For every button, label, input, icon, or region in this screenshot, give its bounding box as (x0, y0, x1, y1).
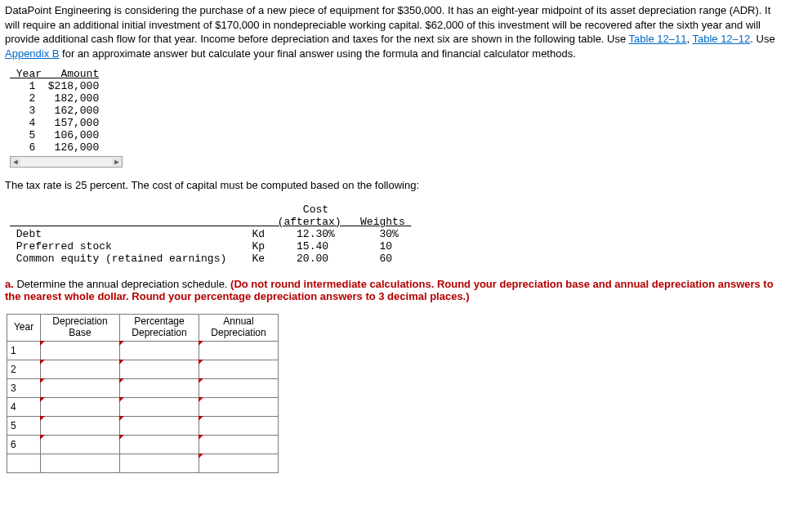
input-pct[interactable] (120, 342, 199, 360)
required-marker-icon (199, 416, 203, 421)
input-pct[interactable] (120, 360, 199, 379)
income-row-3: 3 162,000 (10, 105, 123, 118)
row-year (7, 454, 41, 473)
income-row-5: 5 106,000 (10, 130, 123, 142)
required-marker-icon (199, 454, 203, 458)
link-appendix-b[interactable]: Appendix B (5, 47, 60, 60)
required-marker-icon (119, 435, 124, 440)
required-marker-icon (199, 378, 203, 383)
grid-row-total (7, 454, 279, 473)
grid-row: 3 (7, 379, 279, 398)
required-marker-icon (119, 341, 124, 346)
grid-header-row: Year Depreciation Base Percentage Deprec… (7, 315, 279, 342)
cost-of-capital-table: Cost (aftertax) Weights Debt Kd 12.30% 3… (10, 204, 785, 266)
cost-line-4: Preferred stock Kp 15.40 10 (10, 241, 785, 253)
problem-intro: DataPoint Engineering is considering the… (5, 3, 785, 60)
required-marker-icon (199, 360, 203, 364)
grid-row: 2 (7, 360, 279, 379)
input-base[interactable] (41, 417, 120, 436)
intro-text-2: . Use (750, 33, 774, 45)
part-a-question: Determine the annual depreciation schedu… (16, 278, 230, 290)
income-row-1: 1 $218,000 (10, 81, 123, 93)
col-pct-header-text: Percentage Depreciation (132, 315, 186, 338)
required-marker-icon (40, 360, 45, 364)
col-pct-header: Percentage Depreciation (120, 315, 199, 342)
income-scrollbar[interactable]: ◄ ► (10, 156, 123, 168)
input-ann[interactable] (199, 398, 279, 417)
input-ann[interactable] (199, 342, 279, 360)
income-header: Year Amount (10, 69, 123, 81)
input-pct[interactable] (120, 454, 199, 473)
required-marker-icon (119, 378, 124, 383)
input-ann[interactable] (199, 436, 279, 454)
row-year: 1 (7, 342, 41, 360)
input-pct[interactable] (120, 436, 199, 454)
required-marker-icon (40, 435, 45, 440)
input-base[interactable] (41, 398, 120, 417)
link-table-12-11[interactable]: Table 12–11 (629, 33, 687, 45)
required-marker-icon (199, 397, 203, 402)
income-row-6: 6 126,000 (10, 142, 123, 154)
part-a-label: a. (5, 278, 16, 290)
scroll-right-icon[interactable]: ► (112, 158, 122, 166)
col-ann-header-text: Annual Depreciation (211, 315, 266, 338)
input-base[interactable] (41, 379, 120, 398)
required-marker-icon (119, 397, 124, 402)
income-table: Year Amount 1 $218,000 2 182,000 3 162,0… (10, 69, 123, 168)
col-base-header-text: Depreciation Base (52, 315, 107, 338)
input-base[interactable] (41, 436, 120, 454)
row-year: 2 (7, 360, 41, 379)
required-marker-icon (40, 416, 45, 421)
input-base[interactable] (41, 360, 120, 379)
input-base[interactable] (41, 454, 120, 473)
input-pct[interactable] (120, 417, 199, 436)
input-ann[interactable] (199, 417, 279, 436)
required-marker-icon (199, 341, 203, 346)
required-marker-icon (119, 360, 124, 364)
required-marker-icon (40, 397, 45, 402)
grid-row: 1 (7, 342, 279, 360)
col-year-header: Year (7, 315, 41, 342)
input-ann[interactable] (199, 454, 279, 473)
part-a-instructions: a. Determine the annual depreciation sch… (5, 278, 785, 302)
cost-line-5: Common equity (retained earnings) Ke 20.… (10, 253, 785, 266)
grid-row: 6 (7, 436, 279, 454)
depreciation-input-grid: Year Depreciation Base Percentage Deprec… (7, 314, 279, 473)
required-marker-icon (40, 378, 45, 383)
input-pct[interactable] (120, 379, 199, 398)
row-year: 6 (7, 436, 41, 454)
row-year: 3 (7, 379, 41, 398)
cost-line-3: Debt Kd 12.30% 30% (10, 229, 785, 241)
input-ann[interactable] (199, 360, 279, 379)
income-row-2: 2 182,000 (10, 93, 123, 105)
row-year: 5 (7, 417, 41, 436)
input-pct[interactable] (120, 398, 199, 417)
row-year: 4 (7, 398, 41, 417)
tax-rate-text: The tax rate is 25 percent. The cost of … (5, 179, 785, 191)
intro-text-3: for an approximate answer but calculate … (60, 47, 576, 60)
scroll-left-icon[interactable]: ◄ (11, 158, 20, 166)
input-ann[interactable] (199, 379, 279, 398)
cost-line-2: (aftertax) Weights (10, 217, 785, 229)
cost-line-1: Cost (10, 204, 785, 217)
col-ann-header: Annual Depreciation (199, 315, 279, 342)
required-marker-icon (199, 435, 203, 440)
required-marker-icon (119, 416, 124, 421)
income-row-4: 4 157,000 (10, 118, 123, 130)
required-marker-icon (40, 341, 45, 346)
grid-row: 5 (7, 417, 279, 436)
link-table-12-12[interactable]: Table 12–12 (692, 33, 750, 45)
input-base[interactable] (41, 342, 120, 360)
col-base-header: Depreciation Base (41, 315, 120, 342)
grid-row: 4 (7, 398, 279, 417)
